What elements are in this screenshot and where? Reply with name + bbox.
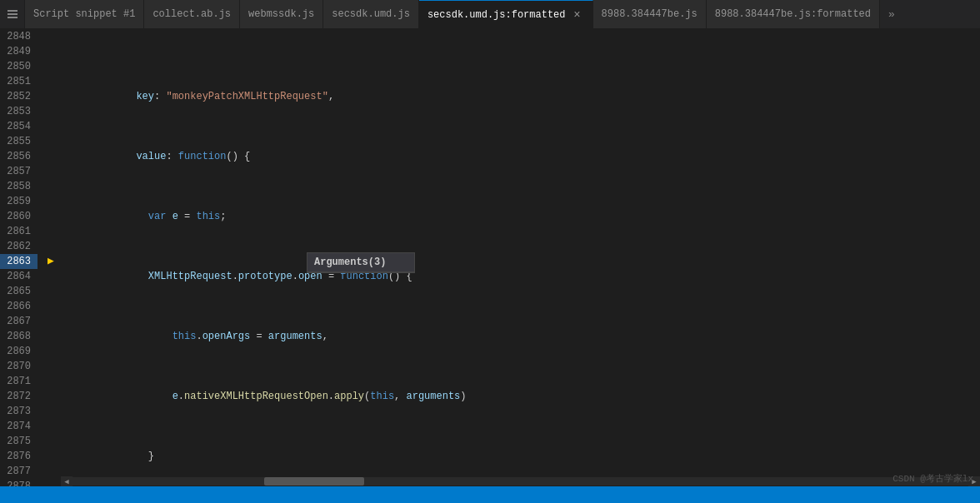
line-num-2872: 2872 xyxy=(0,389,38,404)
code-line-2852: this.openArgs = arguments, xyxy=(64,329,980,344)
svg-rect-2 xyxy=(8,17,18,18)
code-line-2848: key: "monkeyPatchXMLHttpRequest", xyxy=(64,89,980,104)
line-num-2863: 2863 xyxy=(0,254,38,269)
scrollbar-thumb[interactable] xyxy=(264,477,364,486)
csdn-watermark: CSDN @考古学家lx xyxy=(892,472,973,485)
tab-bar-toggle[interactable] xyxy=(0,0,25,29)
line-numbers: 2848 2849 2850 2851 2852 2853 2854 2855 … xyxy=(0,29,46,503)
scrollbar-track xyxy=(72,477,968,486)
tab-script-snippet[interactable]: Script snippet #1 xyxy=(25,0,144,29)
code-line-2850: var e = this; xyxy=(64,209,980,224)
line-num-2856: 2856 xyxy=(0,149,38,164)
line-num-2852: 2852 xyxy=(0,89,38,104)
line-num-2870: 2870 xyxy=(0,359,38,374)
line-num-2850: 2850 xyxy=(0,59,38,74)
line-num-2858: 2858 xyxy=(0,179,38,194)
line-num-2869: 2869 xyxy=(0,344,38,359)
close-icon[interactable]: × xyxy=(571,8,584,22)
tab-8988-js[interactable]: 8988.384447be.js xyxy=(593,0,707,29)
tab-label: Script snippet #1 xyxy=(33,8,135,20)
tooltip-title: Arguments(3) xyxy=(308,253,414,272)
tab-label: 8988.384447be.js xyxy=(602,8,698,20)
tab-webmssdk[interactable]: webmssdk.js xyxy=(240,0,323,29)
line-num-2855: 2855 xyxy=(0,134,38,149)
svg-rect-1 xyxy=(8,13,18,15)
line-num-2861: 2861 xyxy=(0,224,38,239)
line-num-2865: 2865 xyxy=(0,284,38,299)
code-line-2854: } xyxy=(64,449,980,464)
line-num-2848: 2848 xyxy=(0,29,38,44)
tab-collect-ab[interactable]: collect.ab.js xyxy=(144,0,240,29)
h-scrollbar-area: ◀ ▶ xyxy=(61,476,980,486)
svg-rect-0 xyxy=(8,10,18,12)
line-num-2849: 2849 xyxy=(0,44,38,59)
scroll-left-arrow[interactable]: ◀ xyxy=(61,476,72,486)
tab-8988-formatted[interactable]: 8988.384447be.js:formatted xyxy=(707,0,880,29)
code-line-2851: XMLHttpRequest.prototype.open = function… xyxy=(64,269,980,284)
tab-label: webmssdk.js xyxy=(248,8,314,20)
line-num-2857: 2857 xyxy=(0,164,38,179)
line-num-2853: 2853 xyxy=(0,104,38,119)
arguments-tooltip: Arguments(3) xyxy=(307,252,415,273)
line-num-2873: 2873 xyxy=(0,404,38,419)
line-num-2874: 2874 xyxy=(0,419,38,434)
line-num-2868: 2868 xyxy=(0,329,38,344)
line-num-2860: 2860 xyxy=(0,209,38,224)
line-num-2875: 2875 xyxy=(0,434,38,449)
tab-label: secsdk.umd.js xyxy=(332,8,410,20)
code-line-2853: e.nativeXMLHttpRequestOpen.apply(this, a… xyxy=(64,389,980,404)
line-num-2867: 2867 xyxy=(0,314,38,329)
line-num-2854: 2854 xyxy=(0,119,38,134)
line-num-2877: 2877 xyxy=(0,464,38,479)
code-area[interactable]: key: "monkeyPatchXMLHttpRequest", value:… xyxy=(61,29,980,503)
line-num-2866: 2866 xyxy=(0,299,38,314)
tab-secsdk-umd[interactable]: secsdk.umd.js xyxy=(323,0,419,29)
line-num-2871: 2871 xyxy=(0,374,38,389)
code-content: key: "monkeyPatchXMLHttpRequest", value:… xyxy=(61,29,980,503)
editor-container: 2848 2849 2850 2851 2852 2853 2854 2855 … xyxy=(0,29,980,503)
line-num-2859: 2859 xyxy=(0,194,38,209)
tab-bar: Script snippet #1 collect.ab.js webmssdk… xyxy=(0,0,980,29)
line-num-2864: 2864 xyxy=(0,269,38,284)
tab-overflow-button[interactable]: » xyxy=(880,0,903,29)
debug-arrow: ▶ xyxy=(48,256,54,266)
breakpoint-column: ▶ xyxy=(46,29,61,503)
tab-label: collect.ab.js xyxy=(152,8,231,20)
code-line-2849: value: function() { xyxy=(64,149,980,164)
line-num-2876: 2876 xyxy=(0,449,38,464)
status-bar xyxy=(0,486,980,503)
tab-label: secsdk.umd.js:formatted xyxy=(428,9,566,21)
line-num-2851: 2851 xyxy=(0,74,38,89)
tab-secsdk-formatted[interactable]: secsdk.umd.js:formatted × xyxy=(419,0,593,29)
line-num-2862: 2862 xyxy=(0,239,38,254)
tab-label: 8988.384447be.js:formatted xyxy=(715,8,871,20)
